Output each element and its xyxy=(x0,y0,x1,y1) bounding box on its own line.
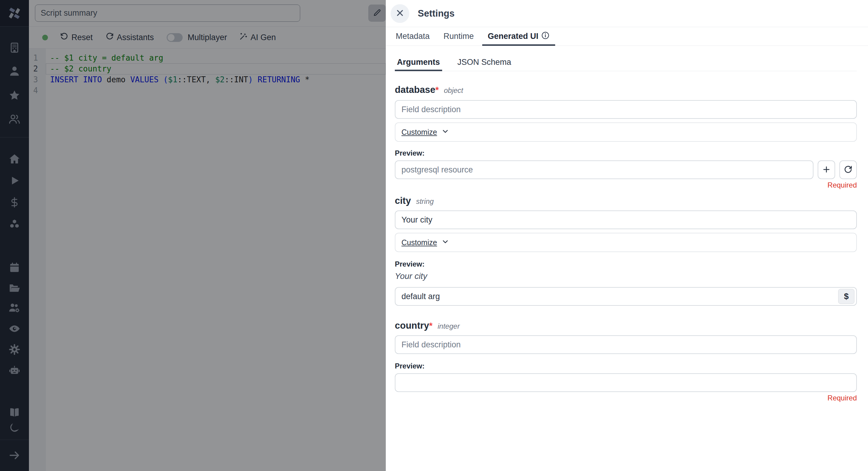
settings-panel: Settings Metadata Runtime Generated UI A… xyxy=(386,0,868,471)
required-error: Required xyxy=(395,394,857,402)
settings-tabs: Metadata Runtime Generated UI xyxy=(386,27,868,46)
tab-metadata[interactable]: Metadata xyxy=(389,27,437,46)
rotate-cw-icon xyxy=(844,165,852,175)
tab-generated-ui[interactable]: Generated UI xyxy=(481,27,557,46)
arg-section-country: country* integer Preview: Required xyxy=(395,320,857,402)
database-resource-input[interactable] xyxy=(395,160,813,179)
variable-picker-button[interactable]: $ xyxy=(838,289,855,304)
arg-section-city: city string Customize Preview: Your city xyxy=(395,196,857,306)
city-preview-description: Your city xyxy=(395,271,857,281)
arg-heading: city string xyxy=(395,196,857,206)
country-description-input[interactable] xyxy=(395,335,857,354)
arg-type: string xyxy=(416,197,434,206)
arg-heading: database* object xyxy=(395,84,857,95)
database-preview-row xyxy=(395,160,857,179)
city-default-input[interactable] xyxy=(395,287,857,306)
close-button[interactable] xyxy=(391,4,409,23)
subtab-arguments[interactable]: Arguments xyxy=(395,54,442,71)
add-resource-button[interactable] xyxy=(818,160,835,179)
preview-label: Preview: xyxy=(395,149,857,157)
app-window: Reset Assistants Multiplayer AI Gen xyxy=(0,0,868,471)
plus-icon xyxy=(822,165,831,175)
modal-backdrop[interactable] xyxy=(0,0,386,471)
tab-runtime[interactable]: Runtime xyxy=(437,27,481,46)
settings-title: Settings xyxy=(418,8,455,19)
arg-name: country xyxy=(395,320,429,331)
required-marker: * xyxy=(429,321,433,331)
subtab-json-schema[interactable]: JSON Schema xyxy=(456,54,514,71)
country-value-input[interactable] xyxy=(395,373,857,392)
settings-content: Arguments JSON Schema database* object C… xyxy=(386,54,868,402)
schema-subtabs: Arguments JSON Schema xyxy=(395,54,857,71)
city-customize-box: Customize xyxy=(395,233,857,252)
database-customize-toggle[interactable]: Customize xyxy=(401,127,450,137)
required-marker: * xyxy=(435,85,438,95)
preview-label: Preview: xyxy=(395,260,857,268)
close-icon xyxy=(396,8,404,19)
refresh-resource-button[interactable] xyxy=(839,160,857,179)
arg-name: city xyxy=(395,196,411,206)
preview-label: Preview: xyxy=(395,362,857,370)
arg-type: object xyxy=(444,86,463,95)
chevron-down-icon xyxy=(441,127,450,137)
arg-heading: country* integer xyxy=(395,320,857,331)
arg-type: integer xyxy=(438,322,460,330)
database-description-input[interactable] xyxy=(395,100,857,119)
chevron-down-icon xyxy=(441,238,450,247)
arg-section-database: database* object Customize Preview: xyxy=(395,84,857,189)
arg-name: database xyxy=(395,84,435,95)
city-customize-toggle[interactable]: Customize xyxy=(401,238,450,247)
dollar-icon: $ xyxy=(844,292,849,301)
info-icon xyxy=(541,31,550,42)
required-error: Required xyxy=(395,181,857,189)
city-preview-row: $ xyxy=(395,287,857,306)
database-customize-box: Customize xyxy=(395,122,857,142)
city-description-input[interactable] xyxy=(395,210,857,229)
settings-header: Settings xyxy=(386,0,868,27)
